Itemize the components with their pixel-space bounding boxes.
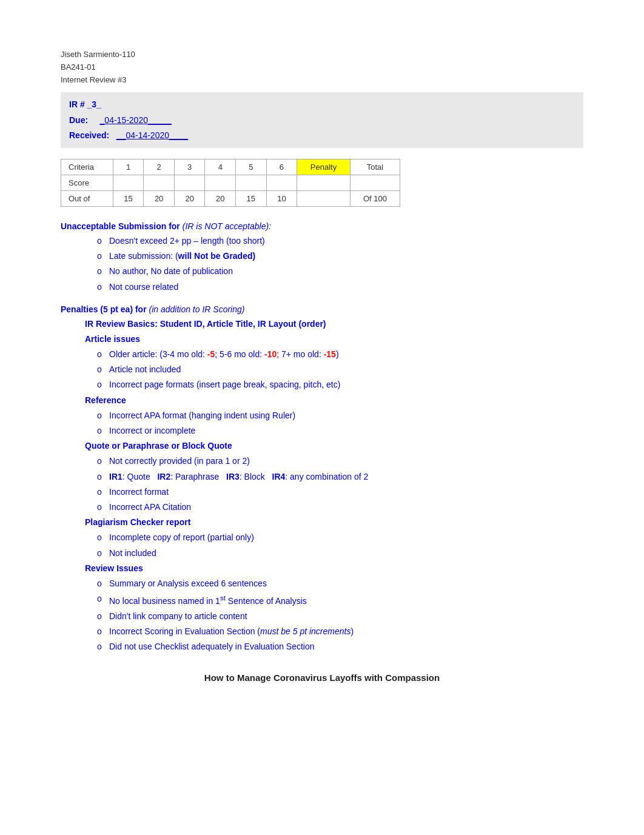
quote-subtitle: Quote or Paraphrase or Block Quote xyxy=(85,438,583,454)
plagiarism-label: Plagiarism Checker report xyxy=(85,517,190,527)
list-item: Not correctly provided (in para 1 or 2) xyxy=(97,454,583,469)
penalty-10: -10 xyxy=(264,349,277,359)
list-item: Not course related xyxy=(97,280,583,295)
list-item: Older article: (3-4 mo old: -5; 5-6 mo o… xyxy=(97,347,583,362)
col-6: 6 xyxy=(266,159,297,175)
received-line: Received: __04-14-2020____ xyxy=(69,128,575,143)
penalties-title-italic: (in addition to IR Scoring) xyxy=(149,304,244,314)
list-item: IR1: Quote IR2: Paraphrase IR3: Block IR… xyxy=(97,469,583,485)
penalties-title: Penalties (5 pt ea) for (in addition to … xyxy=(61,304,583,314)
list-item: Incorrect or incomplete xyxy=(97,423,583,438)
list-item: Incorrect APA format (hanging indent usi… xyxy=(97,408,583,423)
ir-number: _3_ xyxy=(85,99,101,109)
score-4 xyxy=(205,175,236,190)
col-penalty: Penalty xyxy=(297,159,351,175)
list-item: Doesn't exceed 2+ pp – length (too short… xyxy=(97,233,583,249)
outof-3: 20 xyxy=(174,190,205,206)
list-item: No author, No date of publication xyxy=(97,264,583,279)
reference-label: Reference xyxy=(85,395,126,405)
ir-basics-subtitle: IR Review Basics: Student ID, Article Ti… xyxy=(85,317,583,332)
outof-6: 10 xyxy=(266,190,297,206)
outof-label: Out of xyxy=(61,190,113,206)
received-label: Received: xyxy=(69,130,109,140)
list-item: Incomplete copy of report (partial only) xyxy=(97,530,583,545)
score-5 xyxy=(236,175,267,190)
unacceptable-title: Unacceptable Submission for (IR is NOT a… xyxy=(61,221,583,231)
penalties-title-text: Penalties (5 pt ea) for xyxy=(61,304,147,314)
ir4-label: IR4 xyxy=(272,472,286,481)
table-header-row: Criteria 1 2 3 4 5 6 Penalty Total xyxy=(61,159,400,175)
ir1-label: IR1 xyxy=(109,472,122,481)
ir-basics-label: IR Review Basics xyxy=(85,319,155,329)
list-item: Incorrect format xyxy=(97,485,583,500)
due-label: Due: xyxy=(69,115,88,125)
article-issues-list: Older article: (3-4 mo old: -5; 5-6 mo o… xyxy=(97,347,583,393)
student-name: Jiseth Sarmiento-110 xyxy=(61,49,583,61)
outof-4: 20 xyxy=(205,190,236,206)
table-score-row: Score xyxy=(61,175,400,190)
ir2-label: IR2 xyxy=(157,472,170,481)
col-2: 2 xyxy=(144,159,175,175)
list-item: No local business named in 1st Sentence … xyxy=(97,591,583,609)
ir-info-box: IR # _3_ Due: _04-15-2020_____ Received:… xyxy=(61,92,583,148)
article-title: How to Manage Coronavirus Layoffs with C… xyxy=(61,672,583,683)
penalty-5: -5 xyxy=(207,349,215,359)
list-item: Did not use Checklist adequately in Eval… xyxy=(97,639,583,654)
quote-list: Not correctly provided (in para 1 or 2) … xyxy=(97,454,583,515)
col-3: 3 xyxy=(174,159,205,175)
review-issues-list: Summary or Analysis exceed 6 sentences N… xyxy=(97,576,583,655)
list-item: Late submission: (will Not be Graded) xyxy=(97,249,583,264)
reference-subtitle: Reference xyxy=(85,393,583,408)
col-5: 5 xyxy=(236,159,267,175)
outof-penalty xyxy=(297,190,351,206)
score-table: Criteria 1 2 3 4 5 6 Penalty Total Score… xyxy=(61,159,400,207)
list-item: Didn't link company to article content xyxy=(97,609,583,624)
due-value: _04-15-2020_____ xyxy=(100,115,172,125)
list-item: Incorrect APA Citation xyxy=(97,500,583,515)
reference-list: Incorrect APA format (hanging indent usi… xyxy=(97,408,583,438)
score-total xyxy=(350,175,400,190)
unacceptable-title-text: Unacceptable Submission for xyxy=(61,221,180,231)
score-3 xyxy=(174,175,205,190)
score-6 xyxy=(266,175,297,190)
outof-5: 15 xyxy=(236,190,267,206)
score-penalty xyxy=(297,175,351,190)
list-item: Incorrect page formats (insert page brea… xyxy=(97,377,583,392)
table-outof-row: Out of 15 20 20 20 15 10 Of 100 xyxy=(61,190,400,206)
quote-label: Quote or Paraphrase or Block Quote xyxy=(85,441,232,451)
ir3-label: IR3 xyxy=(226,472,240,481)
col-criteria: Criteria xyxy=(61,159,113,175)
ir-label: IR # xyxy=(69,99,85,109)
penalty-15: -15 xyxy=(324,349,336,359)
penalties-section: Penalties (5 pt ea) for (in addition to … xyxy=(61,304,583,655)
review-label: Internet Review #3 xyxy=(61,74,583,87)
score-label: Score xyxy=(61,175,113,190)
outof-2: 20 xyxy=(144,190,175,206)
list-item: Article not included xyxy=(97,362,583,377)
due-line: Due: _04-15-2020_____ xyxy=(69,113,575,128)
header-block: Jiseth Sarmiento-110 BA241-01 Internet R… xyxy=(61,49,583,86)
list-item: Summary or Analysis exceed 6 sentences xyxy=(97,576,583,591)
article-issues-subtitle: Article issues xyxy=(85,332,583,347)
unacceptable-title-italic: (IR is NOT acceptable): xyxy=(183,221,271,231)
col-1: 1 xyxy=(113,159,144,175)
review-issues-label: Review Issues xyxy=(85,563,143,573)
article-title-text: How to Manage Coronavirus Layoffs with C… xyxy=(204,672,440,683)
unacceptable-section: Unacceptable Submission for (IR is NOT a… xyxy=(61,221,583,295)
outof-total: Of 100 xyxy=(350,190,400,206)
score-2 xyxy=(144,175,175,190)
ir-number-line: IR # _3_ xyxy=(69,97,575,112)
col-4: 4 xyxy=(205,159,236,175)
plagiarism-subtitle: Plagiarism Checker report xyxy=(85,515,583,530)
outof-1: 15 xyxy=(113,190,144,206)
article-issues-label: Article issues xyxy=(85,334,140,344)
received-value: __04-14-2020____ xyxy=(116,130,188,140)
plagiarism-list: Incomplete copy of report (partial only)… xyxy=(97,530,583,560)
ir-basics-text: : Student ID, Article Title, IR Layout (… xyxy=(155,319,326,329)
review-issues-subtitle: Review Issues xyxy=(85,561,583,576)
late-bold: will Not be Graded) xyxy=(178,251,256,261)
course: BA241-01 xyxy=(61,61,583,74)
superscript-st: st xyxy=(220,594,226,602)
score-1 xyxy=(113,175,144,190)
col-total: Total xyxy=(350,159,400,175)
